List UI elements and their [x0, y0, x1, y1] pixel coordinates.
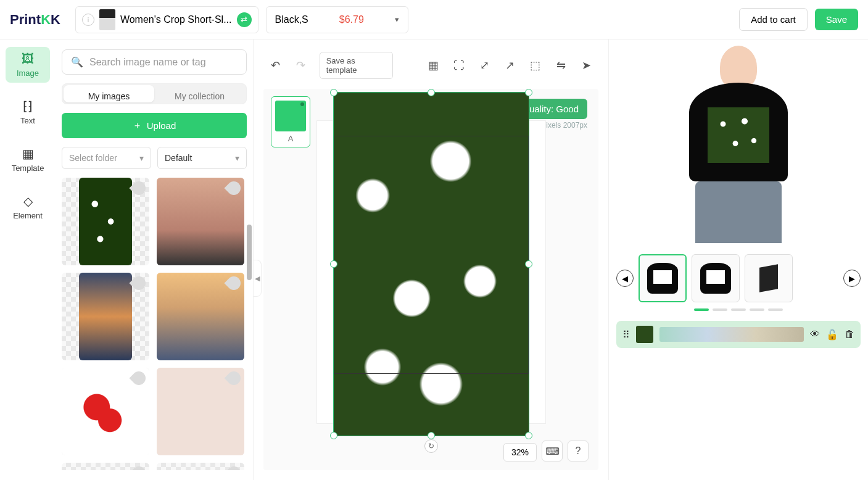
- grid-icon[interactable]: ▦: [426, 58, 440, 73]
- view-thumb[interactable]: [692, 254, 740, 302]
- image-thumb[interactable]: [157, 178, 244, 265]
- view-thumb[interactable]: [639, 254, 687, 302]
- tab-my-collection[interactable]: My collection: [154, 85, 245, 102]
- rail-element[interactable]: ◇Element: [6, 189, 50, 225]
- drag-handle-icon[interactable]: ⠿: [622, 329, 630, 341]
- add-to-cart-button[interactable]: Add to cart: [739, 8, 808, 31]
- tab-my-images[interactable]: My images: [64, 85, 154, 102]
- swap-icon[interactable]: ⇄: [237, 12, 252, 27]
- page-dot[interactable]: [768, 308, 783, 311]
- scrollbar[interactable]: [247, 225, 252, 280]
- lock-icon[interactable]: 🔓: [826, 329, 838, 341]
- canvas-toolbar: ↶ ↷ Save as template ▦ ⛶ ⤢ ↗ ⬚ ⇋ ➤: [263, 49, 598, 89]
- help-button[interactable]: ?: [568, 441, 589, 461]
- search-input[interactable]: 🔍 Search image name or tag: [62, 49, 247, 75]
- resize-handle[interactable]: [428, 89, 435, 96]
- left-rail: 🖼Image ⁅⁆Text ▦Template ◇Element: [0, 39, 56, 480]
- image-thumb[interactable]: [62, 368, 149, 455]
- upload-button[interactable]: ＋Upload: [62, 113, 247, 138]
- stretch-icon[interactable]: ↗: [503, 58, 517, 73]
- page-dot[interactable]: [694, 308, 709, 311]
- save-as-template-button[interactable]: Save as template: [320, 52, 394, 79]
- page-dot[interactable]: [750, 308, 764, 311]
- undo-button[interactable]: ↶: [268, 58, 283, 73]
- prev-view-button[interactable]: ◀: [616, 270, 634, 287]
- visibility-icon[interactable]: 👁: [810, 329, 820, 340]
- resize-handle[interactable]: [525, 432, 532, 439]
- rotate-handle[interactable]: ↻: [424, 439, 438, 453]
- delete-icon[interactable]: 🗑: [845, 329, 854, 340]
- image-thumb[interactable]: [157, 463, 244, 470]
- product-thumbnail: [99, 9, 115, 30]
- page-dot[interactable]: [713, 308, 727, 311]
- sort-select[interactable]: Default▾: [157, 147, 247, 169]
- layer-thumbnail: [636, 326, 653, 343]
- chevron-down-icon: ▾: [139, 153, 144, 163]
- page-dot[interactable]: [731, 308, 746, 311]
- save-button[interactable]: Save: [815, 9, 858, 30]
- product-selector[interactable]: i Women's Crop Short-Sl... ⇄: [75, 6, 258, 33]
- chevron-down-icon: ▾: [235, 153, 239, 163]
- layer-row[interactable]: ⠿ 👁 🔓 🗑: [616, 321, 861, 348]
- resize-handle[interactable]: [525, 89, 532, 96]
- image-grid: [62, 178, 247, 470]
- variant-selector[interactable]: Black,S $6.79 ▾: [266, 6, 408, 33]
- layer-name: [659, 327, 804, 342]
- placed-image[interactable]: [334, 93, 529, 436]
- redo-button[interactable]: ↷: [294, 58, 308, 73]
- variant-label: Black,S: [275, 14, 308, 25]
- template-icon: ▦: [22, 146, 34, 161]
- flip-h-icon[interactable]: ⇋: [553, 58, 568, 73]
- plus-icon: ＋: [133, 120, 142, 131]
- crop-icon[interactable]: ⬚: [528, 58, 542, 73]
- view-pagination: [616, 307, 861, 317]
- image-tabs: My images My collection: [62, 83, 247, 104]
- rail-text[interactable]: ⁅⁆Text: [6, 94, 50, 130]
- print-area-chip[interactable]: A: [271, 96, 310, 147]
- search-icon: 🔍: [71, 56, 83, 68]
- image-thumb[interactable]: [157, 368, 244, 455]
- expand-icon[interactable]: ⤢: [477, 58, 491, 73]
- design-canvas[interactable]: A Print quality: Good Recommended Pixels…: [263, 89, 598, 470]
- product-mockup: [616, 39, 861, 249]
- element-icon: ◇: [23, 194, 33, 209]
- flip-v-icon[interactable]: ➤: [579, 58, 593, 73]
- print-area-label: A: [275, 134, 306, 143]
- search-placeholder: Search image name or tag: [89, 57, 206, 68]
- text-icon: ⁅⁆: [23, 99, 33, 114]
- view-strip: ◀ ▶: [616, 249, 861, 307]
- image-thumb[interactable]: [62, 463, 149, 470]
- resize-handle[interactable]: [330, 432, 337, 439]
- selection-box[interactable]: ↻: [333, 92, 529, 436]
- rail-image[interactable]: 🖼Image: [6, 47, 50, 83]
- image-thumb[interactable]: [62, 273, 149, 360]
- rail-template[interactable]: ▦Template: [6, 141, 50, 178]
- folder-select[interactable]: Select folder▾: [62, 147, 151, 169]
- zoom-level[interactable]: 32%: [503, 443, 537, 461]
- product-name: Women's Crop Short-Sl...: [120, 14, 232, 25]
- preview-panel: ◀ ▶ ⠿ 👁 🔓 🗑: [609, 39, 868, 480]
- info-icon[interactable]: i: [82, 14, 94, 26]
- price: $6.79: [339, 14, 364, 25]
- chevron-down-icon: ▾: [395, 15, 399, 24]
- resize-handle[interactable]: [330, 89, 337, 96]
- resize-handle[interactable]: [428, 432, 435, 439]
- image-thumb[interactable]: [157, 273, 244, 360]
- view-thumb[interactable]: [745, 254, 793, 302]
- top-bar: PrintKK i Women's Crop Short-Sl... ⇄ Bla…: [0, 0, 868, 39]
- canvas-area: ↶ ↷ Save as template ▦ ⛶ ⤢ ↗ ⬚ ⇋ ➤ A Pri…: [253, 39, 609, 480]
- image-thumb[interactable]: [62, 178, 149, 265]
- resize-handle[interactable]: [330, 260, 337, 268]
- fit-icon[interactable]: ⛶: [452, 58, 466, 73]
- next-view-button[interactable]: ▶: [843, 270, 861, 287]
- keyboard-shortcuts-button[interactable]: ⌨: [542, 441, 563, 461]
- image-panel: 🔍 Search image name or tag My images My …: [56, 39, 253, 480]
- resize-handle[interactable]: [525, 260, 532, 268]
- image-icon: 🖼: [22, 52, 34, 66]
- logo[interactable]: PrintKK: [10, 12, 60, 28]
